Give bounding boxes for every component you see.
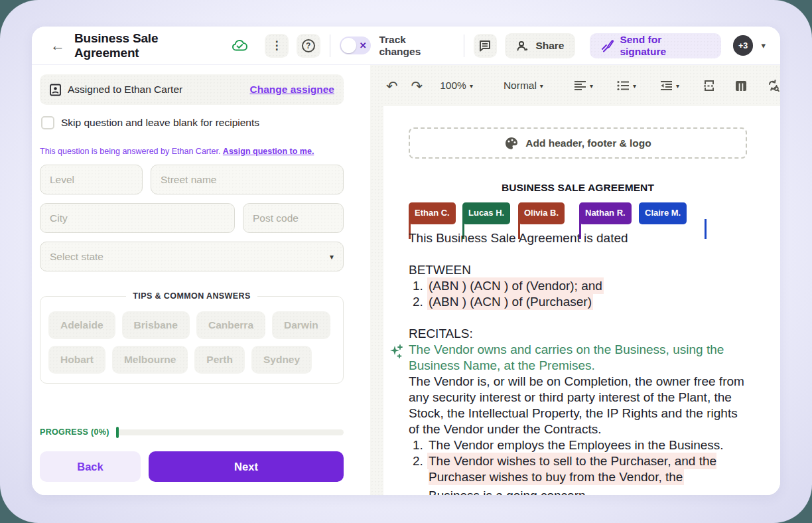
post-code-input[interactable] <box>243 203 344 233</box>
align-select[interactable]: ▾ <box>574 80 593 91</box>
comment-icon <box>478 39 492 52</box>
app-window: ← Business Sale Agreement ⋮ ? ✕ Track ch… <box>32 27 780 495</box>
skip-question-row: Skip question and leave blank for recipi… <box>41 116 344 129</box>
toggle-knob <box>341 38 356 53</box>
collaborator-cursor: Ethan C. <box>409 202 456 224</box>
track-changes-toggle[interactable]: ✕ <box>340 37 372 54</box>
city-suggestion-pill[interactable]: Adelaide <box>48 311 115 339</box>
address-fields: Select state ▾ <box>40 165 344 271</box>
tips-section: TIPS & COMMON ANSWERS Adelaide Brisbane … <box>40 291 344 384</box>
city-suggestion-pill[interactable]: Brisbane <box>122 311 190 339</box>
city-suggestion-pill[interactable]: Melbourne <box>112 346 188 374</box>
paragraph-style-select[interactable]: Normal ▾ <box>504 80 543 92</box>
city-suggestion-pill[interactable]: Darwin <box>272 311 330 339</box>
city-suggestion-pill[interactable]: Sydney <box>251 346 312 374</box>
indent-chevron-down-icon: ▾ <box>676 82 679 90</box>
more-options-button[interactable]: ⋮ <box>265 34 289 58</box>
recital-paragraph: The Vendor is, or will be on Completion,… <box>409 374 747 437</box>
send-for-signature-button[interactable]: Send for signature <box>590 33 721 58</box>
doc-body: This Business Sale Agreement is dated Et… <box>409 202 747 495</box>
back-arrow-icon[interactable]: ← <box>45 35 70 57</box>
editor-toolbar: ↶ ↷ 100% ▾ Normal ▾ ▾ <box>370 65 780 106</box>
table-button[interactable] <box>735 80 747 92</box>
table-icon <box>735 80 747 92</box>
style-value: Normal <box>504 80 537 92</box>
level-input[interactable] <box>40 165 143 194</box>
city-input[interactable] <box>40 203 235 233</box>
collaborator-flag[interactable]: Nathan R. <box>579 202 632 224</box>
indent-icon <box>660 80 673 91</box>
top-header: ← Business Sale Agreement ⋮ ? ✕ Track ch… <box>32 27 780 65</box>
share-label: Share <box>535 40 564 52</box>
document-title: Business Sale Agreement <box>74 31 225 60</box>
between-list: (ABN ) (ACN ) of (Vendor); and (ABN ) (A… <box>409 278 747 310</box>
select-chevron-down-icon: ▾ <box>330 252 334 262</box>
between-item: (ABN ) (ACN ) of (Purchaser) <box>409 294 747 310</box>
recital-item-1: The Vendor employs the Employees in the … <box>409 437 747 453</box>
page-break-icon <box>703 80 715 92</box>
doc-heading: BUSINESS SALE AGREEMENT <box>409 182 747 194</box>
tips-pills: Adelaide Brisbane Canberra Darwin Hobart… <box>48 309 335 374</box>
change-assignee-link[interactable]: Change assignee <box>250 84 335 96</box>
share-button[interactable]: Share <box>505 33 575 58</box>
collaborator-cursor: Lucas H. <box>462 202 510 224</box>
main-body: Assigned to Ethan Carter Change assignee… <box>32 65 780 495</box>
redo-button[interactable]: ↷ <box>411 79 423 93</box>
recital-list: The Vendor employs the Employees in the … <box>409 437 747 495</box>
assignment-note: This question is being answered by Ethan… <box>40 147 344 156</box>
city-suggestion-pill[interactable]: Hobart <box>48 346 105 374</box>
collaborators-chevron-down-icon[interactable]: ▾ <box>758 38 768 53</box>
page-break-button[interactable] <box>703 80 715 92</box>
collaborator-flag[interactable]: Lucas H. <box>462 202 510 224</box>
collaborator-cursor: Olivia B. <box>518 202 565 224</box>
cloud-saved-icon <box>232 38 250 53</box>
city-suggestion-pill[interactable]: Canberra <box>196 311 265 339</box>
help-button[interactable]: ? <box>297 34 320 58</box>
back-button[interactable]: Back <box>40 451 141 482</box>
signature-pen-icon <box>600 38 615 53</box>
zoom-select[interactable]: 100% ▾ <box>440 80 473 92</box>
zoom-chevron-down-icon: ▾ <box>470 82 473 90</box>
next-button[interactable]: Next <box>149 451 344 482</box>
add-header-label: Add header, footer & logo <box>525 137 651 149</box>
align-left-icon <box>574 80 586 91</box>
nav-buttons: Back Next <box>40 451 344 482</box>
indent-select[interactable]: ▾ <box>660 80 679 91</box>
comments-button[interactable] <box>474 34 498 58</box>
state-select-placeholder: Select state <box>50 251 103 263</box>
skip-question-checkbox[interactable] <box>41 116 54 129</box>
find-replace-icon <box>767 80 779 92</box>
align-chevron-down-icon: ▾ <box>590 82 593 90</box>
tips-legend: TIPS & COMMON ANSWERS <box>126 291 257 301</box>
recital-item-2: The Vendor wishes to sell to the Purchas… <box>409 453 747 495</box>
collaborator-cursor: Claire M. <box>639 202 687 224</box>
document-page[interactable]: Add header, footer & logo BUSINESS SALE … <box>383 106 780 495</box>
palette-icon <box>504 136 519 151</box>
city-suggestion-pill[interactable]: Perth <box>194 346 245 374</box>
state-select[interactable]: Select state ▾ <box>40 242 344 271</box>
add-header-footer-logo-button[interactable]: Add header, footer & logo <box>409 127 747 159</box>
note-text: This question is being answered by Ethan… <box>40 147 223 156</box>
collaborator-flag[interactable]: Ethan C. <box>409 202 456 224</box>
track-changes-label: Track changes <box>379 34 450 58</box>
progress-label: PROGRESS (0%) <box>40 427 109 437</box>
find-replace-button[interactable] <box>767 80 779 92</box>
avatar-overflow-badge[interactable]: +3 <box>733 35 754 56</box>
list-select[interactable]: ▾ <box>617 80 636 91</box>
editor-panel: ↶ ↷ 100% ▾ Normal ▾ ▾ <box>370 65 780 495</box>
recitals-heading: RECITALS: <box>409 326 747 342</box>
undo-button[interactable]: ↶ <box>386 79 398 93</box>
assignee-badge-icon <box>49 84 62 96</box>
help-icon: ? <box>302 39 315 52</box>
collaborator-caret <box>705 219 707 239</box>
collaborator-flag[interactable]: Olivia B. <box>518 202 565 224</box>
collaborator-cursor: Nathan R. <box>579 202 632 224</box>
progress-section: PROGRESS (0%) <box>40 427 344 437</box>
intro-line: This Business Sale Agreement is dated <box>409 230 628 246</box>
people-icon <box>515 40 530 52</box>
collaborator-flag[interactable]: Claire M. <box>639 202 687 224</box>
assign-to-me-link[interactable]: Assign question to me. <box>223 147 314 156</box>
assigned-label: Assigned to Ethan Carter <box>68 84 182 96</box>
street-name-input[interactable] <box>151 165 344 194</box>
list-chevron-down-icon: ▾ <box>633 82 636 90</box>
